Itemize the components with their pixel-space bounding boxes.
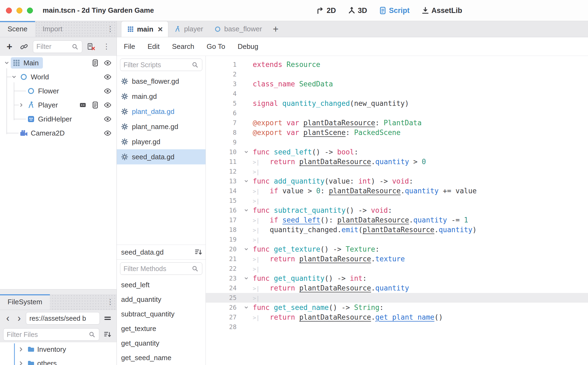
- eye-icon[interactable]: [104, 129, 112, 137]
- code-line-6[interactable]: 6: [206, 108, 588, 118]
- code-line-12[interactable]: 12>|: [206, 167, 588, 176]
- file-filter-input[interactable]: [7, 331, 86, 339]
- eye-icon[interactable]: [104, 115, 112, 123]
- line-number[interactable]: 18: [206, 226, 240, 233]
- mode-button-2d[interactable]: 2D: [316, 6, 336, 15]
- code-line-24[interactable]: 24>|return plantDataResource.quantity: [206, 283, 588, 293]
- line-number[interactable]: 26: [206, 304, 240, 311]
- line-number[interactable]: 27: [206, 314, 240, 321]
- minimize-window-button[interactable]: [16, 8, 22, 13]
- code-line-10[interactable]: 10func seed_left() -> bool:: [206, 147, 588, 157]
- path-field[interactable]: [26, 312, 100, 325]
- chevron-down-icon[interactable]: [3, 59, 11, 67]
- method-filter-input[interactable]: [124, 265, 189, 273]
- folder-inventory[interactable]: Inventory: [0, 342, 117, 356]
- script-item-plant-data-gd[interactable]: plant_data.gd: [117, 104, 206, 119]
- code-line-9[interactable]: 9: [206, 137, 588, 147]
- code-line-22[interactable]: 22>|: [206, 264, 588, 273]
- code-line-11[interactable]: 11>|return plantDataResource.quantity > …: [206, 157, 588, 167]
- close-window-button[interactable]: [6, 8, 12, 13]
- script-icon[interactable]: [91, 59, 99, 67]
- scene-node-camera2d[interactable]: Camera2D: [0, 126, 117, 140]
- code-line-2[interactable]: 2: [206, 69, 588, 79]
- scene-filter-input[interactable]: [36, 43, 69, 50]
- line-number[interactable]: 4: [206, 90, 240, 97]
- script-item-base-flower-gd[interactable]: base_flower.gd: [117, 74, 206, 89]
- detach-script-button[interactable]: [86, 41, 97, 52]
- scene-node-main[interactable]: Main: [0, 56, 117, 70]
- script-item-plant-name-gd[interactable]: plant_name.gd: [117, 119, 206, 134]
- mode-button-3d[interactable]: 3D: [347, 6, 367, 15]
- instance-scene-button[interactable]: [18, 41, 30, 52]
- history-back-button[interactable]: ‹: [3, 313, 12, 323]
- line-number[interactable]: 6: [206, 110, 240, 117]
- tab-filesystem[interactable]: FileSystem: [0, 294, 50, 310]
- method-item-seed-left[interactable]: seed_left: [117, 278, 206, 292]
- code-line-13[interactable]: 13func add_quantity(value: int) -> void:: [206, 176, 588, 186]
- tab-import[interactable]: Import: [35, 21, 70, 37]
- scene-tab-player[interactable]: player: [168, 21, 208, 37]
- line-number[interactable]: 5: [206, 100, 240, 107]
- fold-arrow-icon[interactable]: [240, 305, 253, 310]
- scene-dock-options-button[interactable]: ⋮: [104, 25, 117, 33]
- method-filter-box[interactable]: [120, 262, 202, 275]
- script-item-seed-data-gd[interactable]: seed_data.gd: [117, 149, 206, 164]
- mode-button-assetlib[interactable]: AssetLib: [421, 6, 462, 15]
- menu-item-go-to[interactable]: Go To: [207, 42, 225, 51]
- eye-icon[interactable]: [104, 87, 112, 95]
- code-line-3[interactable]: 3class_name SeedData: [206, 79, 588, 89]
- method-item-add-quantity[interactable]: add_quantity: [117, 292, 206, 307]
- menu-item-edit[interactable]: Edit: [148, 42, 160, 51]
- script-icon[interactable]: [91, 101, 99, 109]
- eye-icon[interactable]: [104, 59, 112, 67]
- code-line-21[interactable]: 21>|return plantDataResource.texture: [206, 254, 588, 264]
- chevron-right-icon[interactable]: [17, 346, 25, 353]
- line-number[interactable]: 21: [206, 255, 240, 262]
- line-number[interactable]: 13: [206, 178, 240, 185]
- fold-arrow-icon[interactable]: [240, 178, 253, 184]
- line-number[interactable]: 17: [206, 217, 240, 224]
- chevron-right-icon[interactable]: [17, 360, 25, 365]
- line-number[interactable]: 9: [206, 139, 240, 146]
- code-line-5[interactable]: 5signal quantity_changed(new_quantity): [206, 99, 588, 108]
- folder-others[interactable]: others: [0, 356, 117, 365]
- scene-node-player[interactable]: Player: [0, 98, 117, 112]
- script-filter-box[interactable]: [120, 59, 202, 71]
- add-scene-tab-button[interactable]: +: [267, 21, 284, 37]
- fold-arrow-icon[interactable]: [240, 246, 253, 252]
- code-line-28[interactable]: 28: [206, 322, 588, 332]
- line-number[interactable]: 3: [206, 80, 240, 87]
- scene-node-flower[interactable]: Flower: [0, 84, 117, 98]
- method-item-get-seed-name[interactable]: get_seed_name: [117, 350, 206, 365]
- code-line-17[interactable]: 17>|if seed_left(): plantDataResource.qu…: [206, 215, 588, 225]
- path-input[interactable]: [29, 315, 96, 322]
- code-line-14[interactable]: 14>|if value > 0: plantDataResource.quan…: [206, 186, 588, 196]
- code-line-7[interactable]: 7@export var plantDataResource: PlantDat…: [206, 118, 588, 128]
- line-number[interactable]: 1: [206, 61, 240, 68]
- close-tab-icon[interactable]: ×: [158, 25, 163, 33]
- method-item-get-quantity[interactable]: get_quantity: [117, 336, 206, 350]
- line-number[interactable]: 8: [206, 129, 240, 136]
- filesystem-menu-button[interactable]: ⋮: [104, 298, 117, 306]
- line-number[interactable]: 19: [206, 236, 240, 243]
- fold-arrow-icon[interactable]: [240, 275, 253, 281]
- menu-item-search[interactable]: Search: [172, 42, 194, 51]
- mode-button-script[interactable]: Script: [378, 6, 410, 15]
- code-line-27[interactable]: 27>|return plantDataResource.get_plant_n…: [206, 312, 588, 322]
- eye-icon[interactable]: [104, 73, 112, 81]
- code-line-26[interactable]: 26func get_seed_name() -> String:: [206, 303, 588, 312]
- toggle-split-mode-button[interactable]: [102, 313, 113, 324]
- script-filter-input[interactable]: [124, 61, 189, 69]
- file-sort-button[interactable]: [102, 329, 113, 340]
- line-number[interactable]: 2: [206, 71, 240, 78]
- line-number[interactable]: 22: [206, 265, 240, 272]
- line-number[interactable]: 23: [206, 275, 240, 282]
- code-editor[interactable]: 1extends Resource23class_name SeedData45…: [206, 56, 588, 365]
- add-node-button[interactable]: +: [4, 41, 15, 52]
- current-script-row[interactable]: seed_data.gd: [117, 245, 206, 260]
- code-line-8[interactable]: 8@export var plantScene: PackedScene: [206, 128, 588, 137]
- line-number[interactable]: 28: [206, 323, 240, 330]
- scene-dock-menu-button[interactable]: ⋮: [100, 43, 113, 50]
- line-number[interactable]: 16: [206, 207, 240, 214]
- line-number[interactable]: 24: [206, 285, 240, 292]
